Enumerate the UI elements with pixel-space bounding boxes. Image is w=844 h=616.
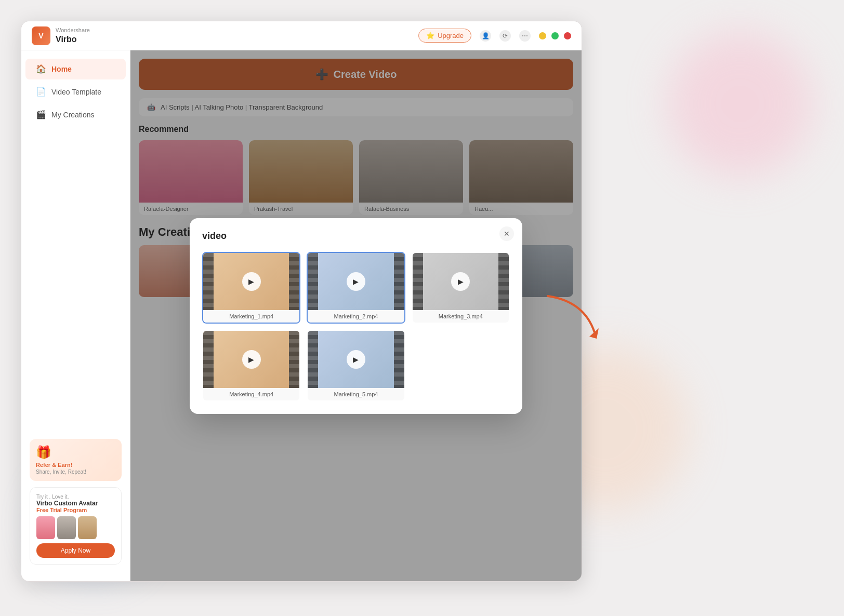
video-label-4: Marketing_5.mp4 xyxy=(308,388,404,400)
creations-icon: 🎬 xyxy=(36,110,46,120)
video-label-0: Marketing_1.mp4 xyxy=(203,310,299,323)
sidebar-item-home-label: Home xyxy=(51,65,72,73)
app-body: 🏠 Home 📄 Video Template 🎬 My Creations 🎁… xyxy=(21,50,582,581)
video-thumb-modal-3: ▶ xyxy=(203,331,299,388)
play-button-3[interactable]: ▶ xyxy=(242,350,261,369)
avatar-sample-2 xyxy=(57,516,76,539)
window-controls xyxy=(539,32,571,39)
brand-top: Wondershare xyxy=(56,27,90,34)
film-strip-right-4 xyxy=(394,331,404,388)
template-icon: 📄 xyxy=(36,87,46,97)
film-strip-right-3 xyxy=(289,331,299,388)
film-strip-right-2 xyxy=(498,253,509,310)
sidebar-item-creations-label: My Creations xyxy=(51,111,94,119)
modal-title: video xyxy=(202,231,510,242)
video-item-2[interactable]: ▶ Marketing_3.mp4 xyxy=(412,252,510,324)
video-item-1[interactable]: ▶ Marketing_2.mp4 xyxy=(307,252,405,324)
apply-now-button[interactable]: Apply Now xyxy=(36,543,115,558)
sidebar: 🏠 Home 📄 Video Template 🎬 My Creations 🎁… xyxy=(21,50,130,581)
app-name: Wondershare Virbo xyxy=(56,27,90,44)
sidebar-item-template[interactable]: 📄 Video Template xyxy=(25,82,126,102)
sidebar-item-creations[interactable]: 🎬 My Creations xyxy=(25,104,126,125)
sidebar-item-template-label: Video Template xyxy=(51,88,101,96)
minimize-button[interactable] xyxy=(539,32,546,39)
title-bar: V Wondershare Virbo ⭐ Upgrade 👤 ⟳ ⋯ xyxy=(21,21,582,50)
upgrade-icon: ⭐ xyxy=(426,32,434,39)
avatar-sample-3 xyxy=(78,516,97,539)
refer-icon: 🎁 xyxy=(36,445,115,460)
video-item-3[interactable]: ▶ Marketing_4.mp4 xyxy=(202,330,300,401)
app-logo: V xyxy=(32,26,50,45)
video-thumb-modal-1: ▶ xyxy=(308,253,404,310)
film-strip-left-1 xyxy=(308,253,318,310)
close-button[interactable] xyxy=(564,32,571,39)
modal-close-button[interactable]: ✕ xyxy=(499,226,514,241)
film-strip-left-3 xyxy=(203,331,214,388)
svg-marker-0 xyxy=(589,328,599,339)
video-label-3: Marketing_4.mp4 xyxy=(203,388,299,400)
film-strip-left-0 xyxy=(203,253,214,310)
play-button-0[interactable]: ▶ xyxy=(242,272,261,291)
user-icon[interactable]: 👤 xyxy=(480,30,491,42)
film-strip-right-0 xyxy=(289,253,299,310)
play-button-2[interactable]: ▶ xyxy=(451,272,470,291)
avatar-badge: Free Trial Program xyxy=(36,507,115,513)
avatar-card: Try it . Love it. Virbo Custom Avatar Fr… xyxy=(30,487,122,565)
app-window: V Wondershare Virbo ⭐ Upgrade 👤 ⟳ ⋯ xyxy=(21,21,582,582)
avatar-try-label: Try it . Love it. xyxy=(36,494,115,500)
menu-icon[interactable]: ⋯ xyxy=(519,30,531,42)
play-button-1[interactable]: ▶ xyxy=(347,272,365,291)
avatar-sample-1 xyxy=(36,516,55,539)
sidebar-bottom: 🎁 Refer & Earn! Share, Invite, Repeat! T… xyxy=(21,431,130,573)
history-icon[interactable]: ⟳ xyxy=(499,30,511,42)
play-button-4[interactable]: ▶ xyxy=(347,350,365,369)
video-label-1: Marketing_2.mp4 xyxy=(308,310,404,323)
refer-sub: Share, Invite, Repeat! xyxy=(36,469,115,475)
decorative-blob-pink xyxy=(667,31,813,177)
video-thumb-modal-4: ▶ xyxy=(308,331,404,388)
home-icon: 🏠 xyxy=(36,64,46,74)
video-grid-modal: ▶ Marketing_1.mp4 ▶ Marketing_2.mp4 xyxy=(202,252,510,401)
upgrade-button[interactable]: ⭐ Upgrade xyxy=(418,29,471,43)
video-thumb-modal-0: ▶ xyxy=(203,253,299,310)
video-item-0[interactable]: ▶ Marketing_1.mp4 xyxy=(202,252,300,324)
title-bar-left: V Wondershare Virbo xyxy=(32,26,90,45)
film-strip-left-4 xyxy=(308,331,318,388)
refer-card: 🎁 Refer & Earn! Share, Invite, Repeat! xyxy=(30,439,122,481)
film-strip-right-1 xyxy=(394,253,404,310)
maximize-button[interactable] xyxy=(551,32,559,39)
title-bar-right: ⭐ Upgrade 👤 ⟳ ⋯ xyxy=(418,29,571,43)
refer-title: Refer & Earn! xyxy=(36,462,115,468)
avatar-product-name: Virbo Custom Avatar xyxy=(36,500,115,507)
brand-name: Virbo xyxy=(56,34,90,44)
video-picker-modal: video ✕ ▶ Marketing_1.mp4 xyxy=(190,218,522,414)
video-label-2: Marketing_3.mp4 xyxy=(413,310,509,323)
main-content: ➕ Create Video 🤖 AI Scripts | AI Talking… xyxy=(130,50,582,581)
modal-overlay[interactable]: video ✕ ▶ Marketing_1.mp4 xyxy=(130,50,582,581)
upgrade-label: Upgrade xyxy=(438,32,464,39)
sidebar-item-home[interactable]: 🏠 Home xyxy=(25,59,126,79)
video-thumb-modal-2: ▶ xyxy=(413,253,509,310)
film-strip-left-2 xyxy=(413,253,423,310)
video-item-4[interactable]: ▶ Marketing_5.mp4 xyxy=(307,330,405,401)
